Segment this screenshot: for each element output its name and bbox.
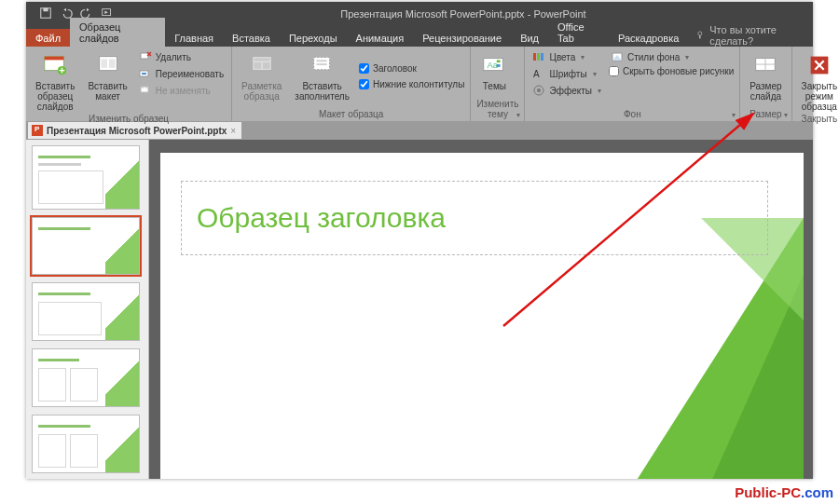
svg-rect-17 (254, 62, 261, 69)
fonts-button[interactable]: AШрифты▾ (530, 66, 602, 81)
group-edit-master-label: Изменить образец (32, 114, 226, 126)
slide[interactable]: Образец заголовка (160, 153, 804, 479)
slide-size-label: Размер слайда (750, 81, 781, 102)
rename-button[interactable]: Переименовать (137, 66, 226, 81)
colors-icon (532, 50, 545, 63)
thumbnails-pane[interactable] (26, 140, 149, 479)
tab-file[interactable]: Файл (26, 29, 70, 47)
tab-office-tab[interactable]: Office Tab (548, 18, 609, 47)
group-background: Цвета▾ AШрифты▾ Эффекты▾ Стили фона▾ Скр… (525, 47, 740, 121)
insert-layout-button[interactable]: Вставить макет (84, 49, 131, 114)
group-edit-theme: Aa Темы Изменить тему (471, 47, 525, 121)
close-icon (805, 51, 833, 79)
themes-button[interactable]: Aa Темы (476, 49, 512, 93)
slide-size-icon (751, 51, 779, 79)
insert-slide-master-label: Вставить образец слайдов (35, 81, 75, 112)
themes-icon: Aa (480, 51, 508, 79)
tab-transitions[interactable]: Переходы (280, 29, 347, 47)
svg-rect-27 (537, 53, 540, 61)
thumbnail-master[interactable] (32, 145, 140, 210)
tab-home[interactable]: Главная (165, 29, 223, 47)
footers-checkbox[interactable]: Нижние колонтитулы (359, 79, 464, 89)
rename-icon (139, 67, 152, 80)
master-layout-label: Разметка образца (241, 81, 282, 102)
tab-review[interactable]: Рецензирование (413, 29, 511, 47)
effects-icon (532, 84, 545, 97)
preserve-icon (139, 84, 152, 97)
workspace: Образец заголовка (26, 140, 813, 479)
delete-icon (139, 50, 152, 63)
close-master-view-button[interactable]: Закрыть режим образца (798, 49, 839, 114)
svg-text:A: A (533, 69, 540, 79)
delete-button[interactable]: Удалить (137, 49, 226, 64)
group-master-layout-label: Макет образца (238, 109, 464, 121)
background-styles-button[interactable]: Стили фона▾ (609, 49, 734, 64)
insert-placeholder-label: Вставить заполнитель (295, 81, 350, 102)
svg-rect-21 (316, 63, 326, 65)
thumbnail-layout-1[interactable] (32, 217, 140, 276)
app-window: Презентация Microsoft PowerPoint.pptx - … (26, 2, 813, 479)
powerpoint-icon (32, 125, 43, 136)
svg-point-31 (537, 89, 541, 92)
title-checkbox[interactable]: Заголовок (359, 63, 464, 74)
tell-me-search[interactable]: Что вы хотите сделать? (695, 24, 813, 47)
insert-layout-icon (94, 51, 122, 79)
tab-view[interactable]: Вид (511, 29, 548, 47)
effects-button[interactable]: Эффекты▾ (530, 83, 602, 98)
insert-layout-label: Вставить макет (88, 81, 127, 102)
svg-point-3 (698, 32, 702, 35)
save-icon[interactable] (39, 7, 52, 21)
tab-storyboard[interactable]: Раскадровка (609, 29, 688, 47)
thumbnail-layout-2[interactable] (32, 282, 140, 341)
svg-rect-16 (254, 59, 269, 61)
hide-bg-checkbox[interactable]: Скрыть фоновые рисунки (609, 66, 734, 76)
fonts-icon: A (532, 67, 545, 80)
insert-slide-master-icon (41, 51, 69, 79)
group-edit-theme-label: Изменить тему (476, 99, 518, 121)
group-master-layout: Разметка образца Вставить заполнитель За… (232, 47, 471, 121)
tab-insert[interactable]: Вставка (223, 29, 280, 47)
master-layout-icon (248, 51, 276, 79)
svg-rect-25 (497, 64, 501, 67)
title-placeholder-text: Образец заголовка (197, 202, 446, 234)
group-size: Размер слайда Размер (740, 47, 791, 121)
svg-rect-28 (541, 53, 543, 61)
close-master-label: Закрыть режим образца (802, 81, 838, 112)
svg-rect-14 (141, 87, 148, 92)
master-layout-button[interactable]: Разметка образца (238, 49, 285, 103)
insert-slide-master-button[interactable]: Вставить образец слайдов (32, 49, 78, 114)
group-size-label: Размер (746, 109, 785, 121)
tab-slide-master[interactable]: Образец слайдов (70, 18, 165, 47)
svg-rect-20 (316, 60, 326, 61)
svg-rect-9 (101, 59, 107, 67)
bg-styles-icon (611, 50, 624, 63)
group-background-label: Фон (530, 109, 734, 121)
slide-background-decoration (580, 218, 804, 479)
colors-button[interactable]: Цвета▾ (530, 49, 602, 64)
slide-canvas-area[interactable]: Образец заголовка (149, 140, 813, 479)
document-tab-name: Презентация Microsoft PowerPoint.pptx (47, 126, 227, 136)
window-title: Презентация Microsoft PowerPoint.pptx - … (114, 8, 813, 20)
insert-placeholder-button[interactable]: Вставить заполнитель (291, 49, 353, 103)
group-edit-master: Вставить образец слайдов Вставить макет … (26, 47, 232, 121)
svg-rect-1 (43, 8, 48, 12)
watermark: Public-PC.com (735, 484, 833, 500)
insert-placeholder-icon (309, 51, 337, 79)
thumbnail-layout-3[interactable] (32, 348, 140, 407)
tell-me-label: Что вы хотите сделать? (709, 24, 813, 47)
group-close-label: Закрыть (798, 114, 839, 126)
preserve-button[interactable]: Не изменять (137, 83, 226, 98)
svg-rect-11 (141, 53, 148, 59)
group-close: Закрыть режим образца Закрыть (792, 47, 839, 121)
ribbon: Вставить образец слайдов Вставить макет … (26, 47, 813, 121)
slide-size-button[interactable]: Размер слайда (746, 49, 785, 103)
thumbnail-layout-4[interactable] (32, 415, 140, 473)
ribbon-tabs: Файл Образец слайдов Главная Вставка Пер… (26, 26, 813, 47)
document-tab-close-icon[interactable]: × (230, 126, 236, 136)
svg-rect-4 (699, 35, 700, 38)
svg-rect-18 (263, 62, 270, 69)
tab-animations[interactable]: Анимация (347, 29, 414, 47)
svg-rect-13 (142, 73, 146, 75)
svg-rect-10 (109, 59, 116, 67)
title-placeholder[interactable]: Образец заголовка (181, 181, 768, 255)
